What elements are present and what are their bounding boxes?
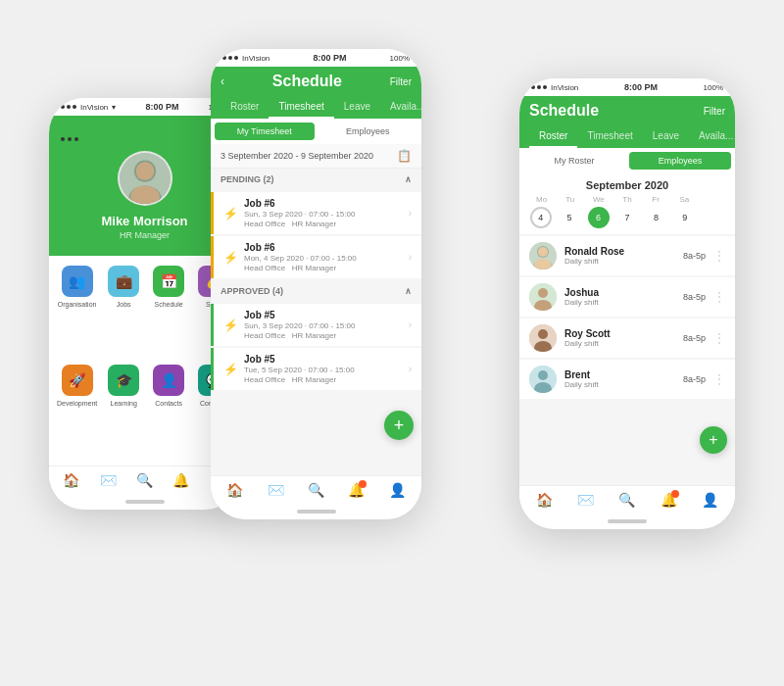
cal-day-8[interactable]: 8 [645, 207, 666, 228]
job-card-2[interactable]: ⚡ Job #6 Mon, 4 Sep 2020 · 07:00 - 15:00… [211, 236, 421, 278]
svg-point-11 [538, 288, 548, 298]
bottom-nav-mid: 🏠 ✉️ 🔍 🔔 👤 [211, 475, 421, 504]
schedule-header-mid: ‹ Schedule Filter Roster Timesheet Leave… [211, 67, 421, 119]
arrow-icon-2: › [409, 252, 412, 263]
subtab-employees-right[interactable]: Employees [629, 152, 731, 170]
arrow-icon-4: › [409, 364, 412, 374]
more-icon-brent[interactable]: ⋮ [713, 372, 725, 386]
cal-day-9[interactable]: 9 [674, 207, 696, 228]
section-pending: PENDING (2) ∧ [211, 169, 421, 190]
nav-home-mid[interactable]: 🏠 [226, 482, 243, 498]
svg-point-14 [538, 329, 548, 339]
subtab-employees-mid[interactable]: Employees [318, 122, 418, 140]
fab-add-right[interactable]: + [700, 426, 727, 454]
job-card-3[interactable]: ⚡ Job #5 Sun, 3 Sep 2020 · 07:00 - 15:00… [211, 304, 421, 346]
roster-item-ronald[interactable]: Ronald Rose Daily shift 8a-5p ⋮ [519, 236, 735, 275]
nav-notifications[interactable]: 🔔 [172, 472, 189, 488]
approved-icon-1: ⚡ [223, 318, 238, 332]
tab-roster-mid[interactable]: Roster [220, 96, 269, 119]
svg-point-17 [538, 370, 548, 380]
organisation-icon: 👥 [62, 266, 93, 297]
nav-mail-right[interactable]: ✉️ [577, 492, 594, 508]
jobs-icon: 💼 [108, 266, 139, 297]
avatar-roy [529, 324, 557, 352]
nav-profile-right[interactable]: 👤 [702, 492, 718, 508]
profile-title: HR Manager [120, 230, 170, 240]
roster-item-roy[interactable]: Roy Scott Daily shift 8a-5p ⋮ [519, 318, 735, 358]
subtab-my-roster[interactable]: My Roster [523, 152, 625, 170]
calendar-section: September 2020 Mo Tu We Th Fr Sa 4 5 6 7… [519, 173, 735, 234]
menu-item-development[interactable]: 🚀 Development [57, 365, 97, 456]
nav-profile-mid[interactable]: 👤 [389, 482, 406, 498]
nav-notifications-mid[interactable]: 🔔 [348, 482, 365, 498]
status-bar-mid: InVision 8:00 PM 100% [211, 49, 421, 67]
schedule-content: PENDING (2) ∧ ⚡ Job #6 Sun, 3 Sep 2020 ·… [211, 169, 421, 438]
tab-availa-right[interactable]: Availa... [689, 125, 735, 148]
nav-mail-mid[interactable]: ✉️ [268, 482, 284, 498]
cal-day-5[interactable]: 5 [559, 207, 580, 228]
more-icon-ronald[interactable]: ⋮ [713, 249, 725, 263]
roster-title-row: Schedule Filter [529, 102, 725, 120]
arrow-icon-1: › [409, 208, 412, 219]
approved-icon-2: ⚡ [223, 363, 238, 376]
menu-item-schedule[interactable]: 📅 Schedule [150, 266, 187, 357]
calendar-icon-mid[interactable]: 📋 [397, 149, 412, 163]
roster-item-joshua[interactable]: Joshua Daily shift 8a-5p ⋮ [519, 277, 735, 317]
signal-left: InVision ▾ [61, 103, 116, 112]
avatar-ronald [529, 242, 557, 270]
subtabs-row-mid: My Timesheet Employees [211, 119, 421, 144]
schedule-title-mid: Schedule [272, 73, 342, 90]
svg-point-8 [538, 247, 548, 257]
tab-timesheet-right[interactable]: Timesheet [577, 125, 642, 148]
avatar-brent [529, 366, 557, 393]
calendar-days-header: Mo Tu We Th Fr Sa [527, 195, 727, 204]
cal-day-6[interactable]: 6 [588, 207, 610, 228]
calendar-days: 4 5 6 7 8 9 [527, 207, 727, 228]
schedule-title-right: Schedule [529, 102, 599, 120]
tab-leave-mid[interactable]: Leave [334, 96, 380, 119]
profile-name: Mike Morrison [101, 214, 187, 228]
menu-item-jobs[interactable]: 💼 Jobs [105, 266, 142, 357]
cal-day-7[interactable]: 7 [616, 207, 638, 228]
roster-item-brent[interactable]: Brent Daily shift 8a-5p ⋮ [519, 360, 735, 399]
menu-item-organisation[interactable]: 👥 Organisation [57, 266, 97, 357]
tab-roster-right[interactable]: Roster [529, 125, 577, 148]
pending-icon-1: ⚡ [223, 207, 238, 220]
nav-search[interactable]: 🔍 [136, 472, 153, 488]
nav-home[interactable]: 🏠 [63, 472, 79, 488]
roster-list: Ronald Rose Daily shift 8a-5p ⋮ Joshua D… [519, 234, 735, 452]
nav-mail[interactable]: ✉️ [100, 472, 117, 488]
cal-day-4[interactable]: 4 [530, 207, 552, 228]
bottom-nav-right: 🏠 ✉️ 🔍 🔔 👤 [519, 485, 735, 514]
nav-notifications-right[interactable]: 🔔 [661, 492, 677, 508]
back-button[interactable]: ‹ [220, 74, 224, 88]
nav-search-mid[interactable]: 🔍 [308, 482, 324, 498]
more-icon-joshua[interactable]: ⋮ [713, 290, 725, 304]
development-icon: 🚀 [62, 365, 93, 396]
arrow-icon-3: › [409, 319, 412, 330]
status-bar-right: InVision 8:00 PM 100% [519, 78, 735, 96]
tabs-row-mid: Roster Timesheet Leave Availa... [220, 96, 412, 119]
schedule-icon: 📅 [153, 266, 184, 297]
job-card-4[interactable]: ⚡ Job #5 Tue, 5 Sep 2020 · 07:00 - 15:00… [211, 348, 421, 390]
learning-icon: 🎓 [108, 365, 139, 396]
phone-right: InVision 8:00 PM 100% Schedule Filter Ro… [519, 78, 735, 529]
filter-button-mid[interactable]: Filter [390, 76, 412, 87]
contacts-icon: 👤 [153, 365, 184, 396]
nav-search-right[interactable]: 🔍 [618, 492, 635, 508]
filter-button-right[interactable]: Filter [704, 106, 725, 117]
job-card-1[interactable]: ⚡ Job #6 Sun, 3 Sep 2020 · 07:00 - 15:00… [211, 192, 421, 234]
signal-right: InVision [531, 83, 578, 92]
fab-add-mid[interactable]: + [384, 411, 414, 440]
more-icon-roy[interactable]: ⋮ [713, 331, 725, 345]
nav-home-right[interactable]: 🏠 [536, 492, 553, 508]
menu-item-learning[interactable]: 🎓 Learning [105, 365, 142, 456]
avatar-joshua [529, 283, 557, 311]
tab-timesheet-mid[interactable]: Timesheet [269, 96, 333, 119]
tab-availa-mid[interactable]: Availa... [380, 96, 421, 119]
pending-icon-2: ⚡ [223, 251, 238, 265]
menu-item-contacts[interactable]: 👤 Contacts [150, 365, 187, 456]
tab-leave-right[interactable]: Leave [643, 125, 689, 148]
subtab-my-timesheet[interactable]: My Timesheet [215, 122, 315, 140]
section-approved: APPROVED (4) ∧ [211, 280, 421, 302]
